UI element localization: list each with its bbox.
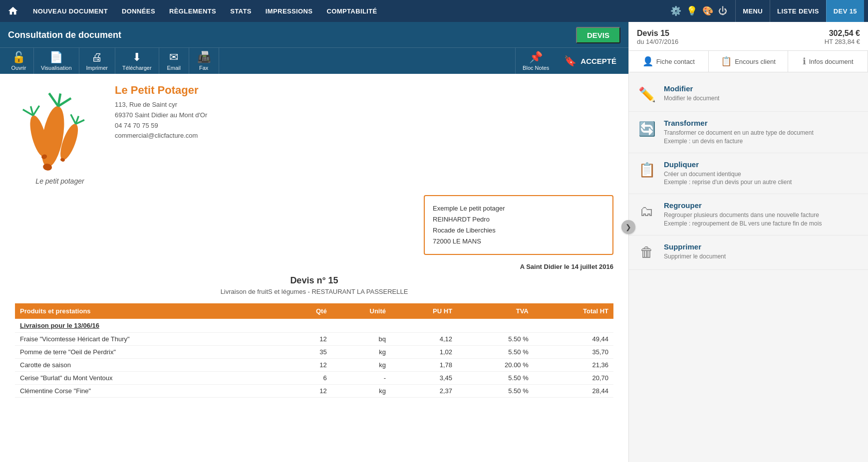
toolbar-ouvrir[interactable]: 🔓 Ouvrir bbox=[4, 48, 34, 74]
action-text: Dupliquer Créer un document identiqueExe… bbox=[664, 160, 792, 187]
action-description: Regrouper plusieurs documents dans une n… bbox=[664, 211, 822, 228]
toolbar-fax[interactable]: 📠 Fax bbox=[189, 48, 219, 74]
action-item-modifier[interactable]: ✏️ Modifier Modifier le document bbox=[629, 77, 868, 112]
toolbar-fax-label: Fax bbox=[199, 65, 208, 71]
action-text: Regrouper Regrouper plusieurs documents … bbox=[664, 201, 822, 228]
action-description: Créer un document identiqueExemple : rep… bbox=[664, 170, 792, 187]
nav-liste-devis[interactable]: LISTE DEVIS bbox=[770, 0, 826, 22]
col-header-pu-ht: PU HT bbox=[391, 303, 457, 319]
document-header: Consultation de document DEVIS 🔓 Ouvrir … bbox=[0, 22, 628, 74]
action-icon: 🔄 bbox=[637, 119, 657, 139]
lightbulb-icon[interactable]: 💡 bbox=[686, 5, 697, 16]
action-title: Transformer bbox=[664, 119, 814, 127]
cell-unite: kg bbox=[332, 359, 391, 372]
info-icon: ℹ bbox=[803, 56, 806, 67]
doc-header-top: Consultation de document DEVIS bbox=[0, 22, 628, 47]
action-title: Dupliquer bbox=[664, 160, 792, 169]
logo-name: Le petit potager bbox=[15, 177, 105, 185]
devis-amount-ttc: 302,54 € bbox=[825, 29, 860, 38]
devis-panel-info: Devis 15 du 14/07/2016 bbox=[637, 29, 678, 45]
table-section-header: Livraison pour le 13/06/16 bbox=[15, 319, 613, 333]
cell-unite: - bbox=[332, 372, 391, 385]
action-item-transformer[interactable]: 🔄 Transformer Transformer ce document en… bbox=[629, 112, 868, 153]
company-section: Le petit potager Le Petit Potager 113, R… bbox=[15, 84, 613, 185]
col-header-unite: Unité bbox=[332, 303, 391, 319]
nav-stats[interactable]: STATS bbox=[223, 0, 259, 22]
accepte-label: ACCEPTÉ bbox=[580, 57, 616, 65]
power-icon[interactable]: ⏻ bbox=[718, 6, 727, 16]
devis-panel-title: Devis 15 bbox=[637, 29, 678, 38]
toolbar-telecharger-label: Télécharger bbox=[122, 65, 152, 71]
main-content: Consultation de document DEVIS 🔓 Ouvrir … bbox=[0, 22, 868, 462]
encours-icon: 📋 bbox=[721, 56, 732, 67]
cell-total_ht: 35,70 bbox=[534, 346, 613, 359]
cell-unite: kg bbox=[332, 385, 391, 398]
tab-encours-client[interactable]: 📋 Encours client bbox=[709, 51, 789, 72]
cell-pu_ht: 2,37 bbox=[391, 385, 457, 398]
bloc-notes-button[interactable]: 📌 Bloc Notes bbox=[523, 51, 549, 71]
action-item-supprimer[interactable]: 🗑 Supprimer Supprimer le document bbox=[629, 235, 868, 270]
recipient-line1: Exemple Le petit potager bbox=[433, 203, 604, 214]
nav-impressions[interactable]: IMPRESSIONS bbox=[259, 0, 320, 22]
action-title: Regrouper bbox=[664, 201, 822, 210]
action-description: Modifier le document bbox=[664, 94, 719, 103]
cell-total_ht: 28,44 bbox=[534, 385, 613, 398]
top-navigation: NOUVEAU DOCUMENT DONNÉES RÈGLEMENTS STAT… bbox=[0, 0, 868, 22]
company-address2: 69370 Saint Didier au Mont d'Or bbox=[115, 110, 207, 121]
print-icon: 🖨 bbox=[91, 51, 102, 64]
toolbar-imprimer[interactable]: 🖨 Imprimer bbox=[79, 48, 115, 74]
cell-qty: 12 bbox=[285, 385, 332, 398]
email-icon: ✉ bbox=[169, 51, 178, 64]
table-header-row: Produits et prestations Qté Unité PU HT … bbox=[15, 303, 613, 319]
cell-qty: 12 bbox=[285, 359, 332, 372]
devis-panel-amounts: 302,54 € HT 283,84 € bbox=[825, 29, 860, 45]
gear-icon[interactable]: ⚙️ bbox=[670, 5, 681, 16]
nav-comptabilite[interactable]: COMPTABILITÉ bbox=[319, 0, 384, 22]
company-address1: 113, Rue de Saint cyr bbox=[115, 100, 207, 110]
palette-icon[interactable]: 🎨 bbox=[702, 5, 713, 16]
cell-qty: 12 bbox=[285, 333, 332, 346]
tab-infos-document[interactable]: ℹ Infos document bbox=[788, 51, 868, 72]
accepte-button[interactable]: 🔖 ACCEPTÉ bbox=[559, 53, 621, 69]
nav-menu[interactable]: MENU bbox=[735, 0, 770, 22]
nav-dev15[interactable]: DEV 15 bbox=[826, 0, 864, 22]
nav-donnees[interactable]: DONNÉES bbox=[115, 0, 162, 22]
nav-reglements[interactable]: RÈGLEMENTS bbox=[162, 0, 223, 22]
action-icon: 🗂 bbox=[637, 201, 657, 221]
pin-icon: 📌 bbox=[529, 51, 543, 64]
devis-title-row: Devis 15 du 14/07/2016 302,54 € HT 283,8… bbox=[637, 29, 860, 45]
toolbar-ouvrir-label: Ouvrir bbox=[11, 65, 26, 71]
action-item-regrouper[interactable]: 🗂 Regrouper Regrouper plusieurs document… bbox=[629, 194, 868, 235]
devis-badge-button[interactable]: DEVIS bbox=[576, 27, 620, 43]
action-description: Transformer ce document en un autre type… bbox=[664, 129, 814, 146]
cell-tva: 20.00 % bbox=[457, 359, 534, 372]
toolbar-email-label: Email bbox=[167, 65, 181, 71]
cell-qty: 35 bbox=[285, 346, 332, 359]
cell-pu_ht: 4,12 bbox=[391, 333, 457, 346]
action-text: Modifier Modifier le document bbox=[664, 84, 719, 103]
right-panel: Devis 15 du 14/07/2016 302,54 € HT 283,8… bbox=[628, 22, 868, 462]
nav-nouveau-document[interactable]: NOUVEAU DOCUMENT bbox=[26, 0, 115, 22]
doc-header-title: Consultation de document bbox=[8, 30, 121, 40]
company-email: commercial@clicfacture.com bbox=[115, 131, 207, 141]
company-name: Le Petit Potager bbox=[115, 84, 207, 97]
toolbar-email[interactable]: ✉ Email bbox=[159, 48, 189, 74]
tab-fiche-contact-label: Fiche contact bbox=[656, 58, 695, 65]
col-header-tva: TVA bbox=[457, 303, 534, 319]
recipient-line4: 72000 LE MANS bbox=[433, 236, 604, 247]
cell-product: Fraise "Vicomtesse Héricart de Thury" bbox=[15, 333, 285, 346]
action-item-dupliquer[interactable]: 📋 Dupliquer Créer un document identiqueE… bbox=[629, 153, 868, 195]
home-button[interactable] bbox=[4, 2, 22, 20]
panel-toggle-button[interactable]: ❯ bbox=[621, 220, 635, 234]
tab-fiche-contact[interactable]: 👤 Fiche contact bbox=[629, 51, 709, 72]
toolbar-telecharger[interactable]: ⬇ Télécharger bbox=[115, 48, 159, 74]
devis-amount-ht: HT 283,84 € bbox=[825, 38, 860, 45]
pdf-icon: 📄 bbox=[49, 51, 63, 64]
cell-qty: 6 bbox=[285, 372, 332, 385]
cell-pu_ht: 1,02 bbox=[391, 346, 457, 359]
document-title: Devis n° 15 bbox=[15, 275, 613, 286]
download-icon: ⬇ bbox=[132, 51, 141, 64]
cell-product: Carotte de saison bbox=[15, 359, 285, 372]
info-tabs: 👤 Fiche contact 📋 Encours client ℹ Infos… bbox=[629, 51, 868, 72]
toolbar-visualisation[interactable]: 📄 Visualisation bbox=[34, 48, 79, 74]
